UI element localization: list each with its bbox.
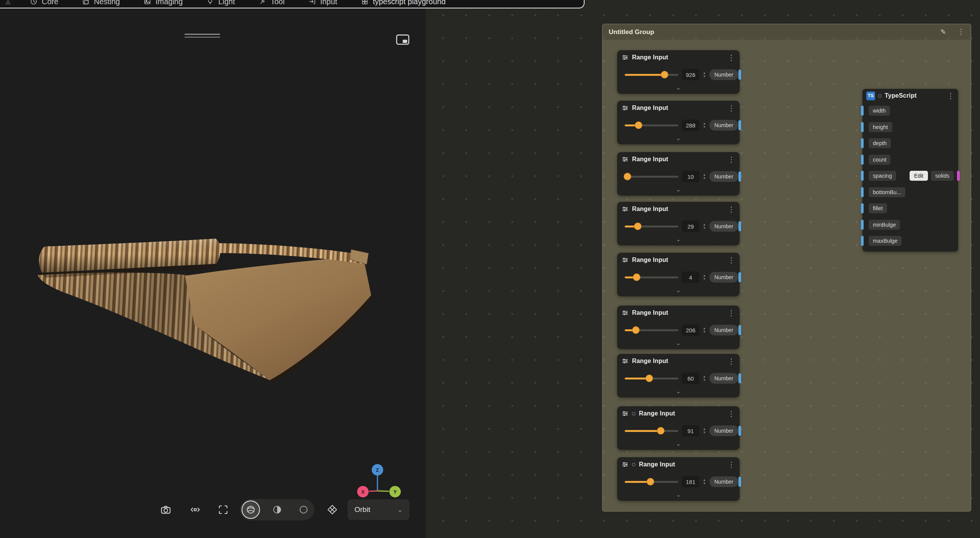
- node-header[interactable]: Range Input ⋮: [617, 406, 740, 421]
- viewport-drag-handle[interactable]: [185, 34, 220, 39]
- orbit-mode-dropdown[interactable]: Orbit ⌄: [348, 499, 410, 520]
- value-input[interactable]: [682, 425, 699, 437]
- output-port[interactable]: [738, 120, 741, 130]
- range-input-node[interactable]: Range Input ⋮ ▲▼ Number ⌄: [617, 50, 740, 94]
- range-slider[interactable]: [625, 374, 678, 383]
- group-header[interactable]: Untitled Group ✎ ⋮: [603, 24, 971, 40]
- output-port[interactable]: [738, 172, 741, 182]
- group-kebab-menu-icon[interactable]: ⋮: [957, 28, 965, 36]
- axis-gizmo[interactable]: Z X Y: [352, 460, 403, 503]
- grid-button[interactable]: [322, 502, 342, 517]
- value-input[interactable]: [682, 171, 699, 182]
- kebab-menu-icon[interactable]: ⋮: [728, 156, 735, 163]
- pip-button[interactable]: [395, 32, 410, 47]
- range-input-node[interactable]: Range Input ⋮ ▲▼ Number ⌄: [617, 457, 740, 501]
- type-pill[interactable]: Number: [709, 476, 738, 487]
- output-port[interactable]: [738, 373, 741, 383]
- output-port[interactable]: [738, 70, 741, 80]
- input-port[interactable]: [861, 187, 864, 197]
- stepper[interactable]: ▲▼: [703, 479, 706, 485]
- node-header[interactable]: TS TypeScript ⋮: [862, 89, 958, 103]
- kebab-menu-icon[interactable]: ⋮: [728, 358, 735, 365]
- range-slider[interactable]: [625, 427, 678, 435]
- type-pill[interactable]: Number: [709, 120, 738, 131]
- menu-item-imaging[interactable]: Imaging: [144, 0, 183, 6]
- kebab-menu-icon[interactable]: ⋮: [728, 257, 735, 264]
- input-port[interactable]: [861, 122, 864, 132]
- type-pill[interactable]: Number: [709, 272, 738, 283]
- range-input-node[interactable]: Range Input ⋮ ▲▼ Number ⌄: [617, 253, 740, 296]
- kebab-menu-icon[interactable]: ⋮: [728, 105, 735, 112]
- range-slider[interactable]: [625, 477, 678, 486]
- menu-item-nesting[interactable]: Nesting: [82, 0, 120, 6]
- collapse-chevron-icon[interactable]: ⌄: [617, 441, 740, 450]
- stepper[interactable]: ▲▼: [703, 428, 706, 434]
- edit-button[interactable]: Edit: [910, 171, 928, 181]
- stepper[interactable]: ▲▼: [703, 72, 706, 78]
- kebab-menu-icon[interactable]: ⋮: [728, 410, 735, 417]
- node-header[interactable]: Range Input ⋮: [617, 354, 740, 368]
- menu-item-core[interactable]: Core: [30, 0, 58, 6]
- input-port[interactable]: [861, 203, 864, 213]
- menu-item-input[interactable]: Input: [308, 0, 337, 6]
- kebab-menu-icon[interactable]: ⋮: [728, 461, 735, 468]
- stepper[interactable]: ▲▼: [703, 122, 706, 128]
- output-port[interactable]: [738, 426, 741, 436]
- input-port[interactable]: [861, 236, 864, 246]
- type-pill[interactable]: Number: [709, 425, 738, 436]
- value-input[interactable]: [682, 221, 699, 232]
- node-header[interactable]: Range Input ⋮: [617, 50, 740, 65]
- range-input-node[interactable]: Range Input ⋮ ▲▼ Number ⌄: [617, 152, 740, 196]
- axis-y[interactable]: Y: [389, 486, 401, 497]
- collapse-chevron-icon[interactable]: ⌄: [617, 85, 740, 94]
- range-slider[interactable]: [625, 326, 678, 334]
- range-input-node[interactable]: Range Input ⋮ ▲▼ Number ⌄: [617, 101, 740, 144]
- collapse-chevron-icon[interactable]: ⌄: [617, 186, 740, 196]
- range-input-node[interactable]: Range Input ⋮ ▲▼ Number ⌄: [617, 202, 740, 245]
- node-header[interactable]: Range Input ⋮: [617, 306, 740, 320]
- menu-item-tool[interactable]: Tool: [259, 0, 285, 6]
- slider-handle[interactable]: [657, 427, 665, 435]
- node-header[interactable]: Range Input ⋮: [617, 152, 740, 167]
- input-port[interactable]: [861, 138, 864, 148]
- input-port[interactable]: [861, 106, 864, 116]
- type-pill[interactable]: Number: [709, 69, 738, 80]
- output-port[interactable]: [738, 221, 741, 231]
- collapse-chevron-icon[interactable]: ⌄: [617, 287, 740, 296]
- edit-group-icon[interactable]: ✎: [941, 28, 946, 36]
- kebab-menu-icon[interactable]: ⋮: [947, 92, 954, 100]
- range-input-node[interactable]: Range Input ⋮ ▲▼ Number ⌄: [617, 354, 740, 397]
- menu-item-light[interactable]: Light: [206, 0, 235, 6]
- slider-handle[interactable]: [647, 478, 654, 486]
- value-input[interactable]: [682, 271, 699, 283]
- type-pill[interactable]: Number: [709, 373, 738, 384]
- output-port[interactable]: [738, 272, 741, 282]
- camera-button[interactable]: [156, 502, 176, 517]
- stepper[interactable]: ▲▼: [703, 173, 706, 180]
- input-port[interactable]: [861, 220, 864, 230]
- slider-handle[interactable]: [633, 273, 640, 281]
- input-port[interactable]: [861, 155, 864, 165]
- collapse-chevron-icon[interactable]: ⌄: [617, 340, 740, 349]
- node-header[interactable]: Range Input ⋮: [617, 202, 740, 216]
- stepper[interactable]: ▲▼: [703, 375, 706, 381]
- output-port[interactable]: [738, 477, 741, 487]
- node-canvas[interactable]: Untitled Group ✎ ⋮ Range Input ⋮: [426, 0, 980, 538]
- slider-handle[interactable]: [661, 71, 668, 78]
- range-slider[interactable]: [625, 222, 678, 231]
- kebab-menu-icon[interactable]: ⋮: [728, 54, 735, 61]
- range-slider[interactable]: [625, 70, 678, 79]
- value-input[interactable]: [682, 476, 699, 487]
- kebab-menu-icon[interactable]: ⋮: [728, 206, 735, 213]
- shading-mode-material-button[interactable]: [269, 501, 286, 518]
- kebab-menu-icon[interactable]: ⋮: [728, 309, 735, 317]
- viewport-3d[interactable]: Z X Y: [0, 8, 426, 538]
- solids-output-port[interactable]: [957, 171, 960, 181]
- range-input-node[interactable]: Range Input ⋮ ▲▼ Number ⌄: [617, 306, 740, 349]
- stepper[interactable]: ▲▼: [703, 327, 706, 333]
- type-pill[interactable]: Number: [709, 171, 738, 182]
- collapse-chevron-icon[interactable]: ⌄: [617, 135, 740, 144]
- output-port[interactable]: [738, 325, 741, 335]
- stepper[interactable]: ▲▼: [703, 274, 706, 280]
- collapse-chevron-icon[interactable]: ⌄: [617, 388, 740, 397]
